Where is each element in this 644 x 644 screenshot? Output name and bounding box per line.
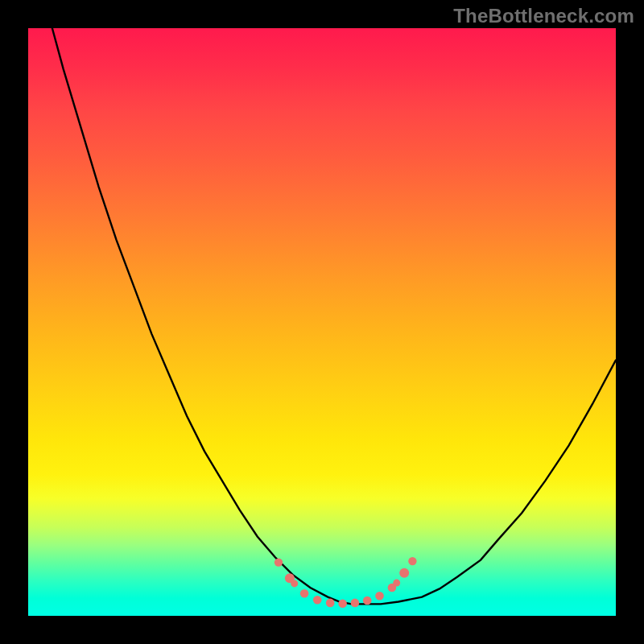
bottom-dot xyxy=(338,599,347,608)
bottom-dots-group xyxy=(275,557,417,608)
bottom-dot xyxy=(363,597,372,605)
bottom-dot xyxy=(313,596,322,605)
watermark-text: TheBottleneck.com xyxy=(453,5,634,27)
bottom-dot xyxy=(275,558,283,566)
bottom-dot xyxy=(375,592,384,601)
bottom-dot xyxy=(351,599,360,608)
bottleneck-curve xyxy=(28,0,616,604)
bottom-dot xyxy=(393,580,400,587)
bottleneck-svg xyxy=(28,28,616,616)
bottom-dot xyxy=(399,568,409,578)
bottom-dot xyxy=(408,557,416,565)
plot-area xyxy=(28,28,616,616)
bottom-dot xyxy=(326,599,335,608)
bottom-dot xyxy=(300,589,309,598)
bottom-dot xyxy=(291,580,298,587)
chart-frame: TheBottleneck.com xyxy=(0,0,644,644)
